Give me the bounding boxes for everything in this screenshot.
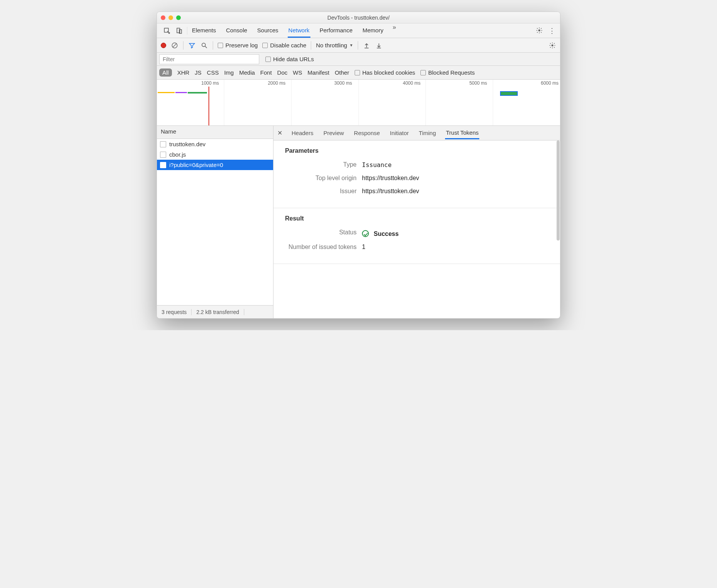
scrollbar-thumb[interactable] [557,140,560,241]
timeline-event [500,91,518,96]
timeline-load-marker [208,87,209,125]
result-section: Result Status Success Number of issued t… [273,208,560,264]
filter-icon[interactable] [188,42,196,49]
success-icon [362,230,369,237]
settings-icon[interactable] [535,27,543,34]
type-pill-ws[interactable]: WS [293,69,302,76]
requests-count: 3 requests [157,309,192,315]
result-heading: Result [285,215,549,222]
param-issuer-value: https://trusttoken.dev [362,188,549,195]
hide-data-urls-label: Hide data URLs [273,56,314,62]
param-toplevel-label: Top level origin [285,175,362,182]
preserve-log-checkbox[interactable]: Preserve log [218,42,258,48]
type-pill-other[interactable]: Other [335,69,349,76]
filter-input[interactable] [159,54,259,64]
titlebar: DevTools - trusttoken.dev/ [157,12,560,23]
parameters-heading: Parameters [285,147,549,154]
param-type-label: Type [285,161,362,169]
svg-point-6 [202,43,205,47]
request-list-footer: 3 requests 2.2 kB transferred [157,305,273,318]
timeline-tick: 5000 ms [469,80,487,86]
dtab-initiator[interactable]: Initiator [389,127,410,139]
type-pill-xhr[interactable]: XHR [177,69,190,76]
tab-performance[interactable]: Performance [319,24,353,38]
transferred-size: 2.2 kB transferred [192,309,244,315]
svg-point-8 [552,44,554,46]
request-row[interactable]: trusttoken.dev [157,139,273,149]
dtab-response[interactable]: Response [353,127,381,139]
close-detail-icon[interactable]: ✕ [277,129,282,137]
type-pill-doc[interactable]: Doc [277,69,288,76]
clear-icon[interactable] [171,42,178,49]
timeline-event [188,92,207,94]
param-type-value: Issuance [362,161,549,169]
document-icon [160,141,166,147]
timeline-event [158,92,175,93]
document-icon [160,162,166,168]
tab-console[interactable]: Console [225,24,248,38]
result-issued-label: Number of issued tokens [285,244,362,251]
network-toolbar: Preserve log Disable cache No throttling… [157,38,560,53]
param-issuer-label: Issuer [285,188,362,195]
upload-har-icon[interactable] [363,42,370,49]
tab-sources[interactable]: Sources [257,24,279,38]
timeline-tick: 2000 ms [268,80,285,86]
result-issued-value: 1 [362,244,549,251]
download-har-icon[interactable] [375,42,383,49]
devtools-window: DevTools - trusttoken.dev/ Elements Cons… [157,12,560,319]
network-main: Name trusttoken.dev cbor.js i?public=0&p… [157,126,560,318]
tabs-overflow-button[interactable]: » [393,24,396,38]
type-pill-manifest[interactable]: Manifest [307,69,329,76]
hide-data-urls-checkbox[interactable]: Hide data URLs [265,56,314,62]
tab-elements[interactable]: Elements [191,24,217,38]
type-filter-bar: All XHR JS CSS Img Media Font Doc WS Man… [157,66,560,80]
tab-memory[interactable]: Memory [362,24,384,38]
param-toplevel-value: https://trusttoken.dev [362,175,549,182]
timeline-tick: 6000 ms [541,80,559,86]
type-pill-js[interactable]: JS [195,69,202,76]
detail-panel: ✕ Headers Preview Response Initiator Tim… [273,126,560,318]
disable-cache-label: Disable cache [270,42,306,48]
preserve-log-label: Preserve log [225,42,258,48]
dtab-headers[interactable]: Headers [291,127,314,139]
blocked-requests-label: Blocked Requests [428,69,475,76]
request-name: cbor.js [169,151,186,158]
detail-body: Parameters Type Issuance Top level origi… [273,140,560,318]
timeline-overview[interactable]: 1000 ms 2000 ms 3000 ms 4000 ms 5000 ms … [157,80,560,126]
dtab-trusttokens[interactable]: Trust Tokens [445,127,479,139]
request-list-header[interactable]: Name [157,126,273,139]
request-row[interactable]: i?public=0&private=0 [157,160,273,170]
type-pill-all[interactable]: All [159,68,172,77]
type-pill-font[interactable]: Font [260,69,272,76]
more-icon[interactable]: ⋮ [549,27,555,35]
timeline-tick: 3000 ms [334,80,352,86]
type-pill-css[interactable]: CSS [207,69,219,76]
inspect-icon[interactable] [163,27,171,35]
tab-network[interactable]: Network [288,24,310,38]
search-icon[interactable] [200,42,208,49]
chevron-down-icon: ▼ [349,43,353,47]
throttling-select[interactable]: No throttling ▼ [316,42,353,48]
record-button[interactable] [161,43,166,48]
timeline-tick: 4000 ms [403,80,420,86]
throttling-label: No throttling [316,42,347,48]
type-pill-img[interactable]: Img [224,69,234,76]
disable-cache-checkbox[interactable]: Disable cache [262,42,306,48]
blocked-requests-checkbox[interactable]: Blocked Requests [420,69,475,76]
request-name: trusttoken.dev [169,141,205,147]
dtab-timing[interactable]: Timing [418,127,437,139]
network-settings-icon[interactable] [549,42,556,49]
document-icon [160,152,166,158]
result-status-label: Status [285,229,362,237]
request-name: i?public=0&private=0 [169,162,223,168]
request-list: trusttoken.dev cbor.js i?public=0&privat… [157,139,273,305]
window-title: DevTools - trusttoken.dev/ [157,15,560,21]
svg-line-7 [205,46,207,48]
request-row[interactable]: cbor.js [157,149,273,160]
device-toggle-icon[interactable] [175,27,183,35]
timeline-tick: 1000 ms [201,80,219,86]
svg-line-5 [173,43,177,47]
type-pill-media[interactable]: Media [239,69,255,76]
has-blocked-cookies-checkbox[interactable]: Has blocked cookies [355,69,415,76]
dtab-preview[interactable]: Preview [323,127,345,139]
